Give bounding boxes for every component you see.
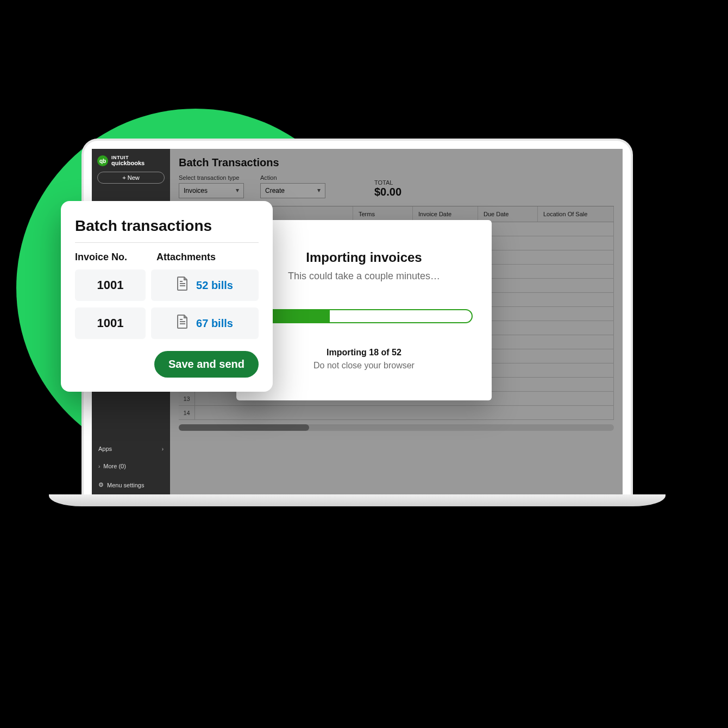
save-and-send-button[interactable]: Save and send (154, 351, 259, 378)
batch-row: 100152 bills (75, 269, 259, 301)
importing-title: Importing invoices (255, 250, 473, 265)
transaction-type-control: Select transaction type Invoices (179, 174, 244, 198)
transaction-type-select[interactable]: Invoices (179, 183, 244, 198)
laptop-base (49, 494, 666, 506)
brand-text: INTUIT quickbooks (111, 155, 145, 166)
action-select[interactable]: Create (260, 183, 325, 198)
transaction-type-label: Select transaction type (179, 174, 244, 181)
menu-settings-button[interactable]: ⚙ Menu settings (92, 475, 170, 495)
sidebar-item-more[interactable]: › More (0) (92, 457, 170, 475)
progress-bar (255, 309, 473, 323)
grid-header-col: Due Date (478, 206, 538, 222)
card-column-headers: Invoice No. Attachments (75, 252, 259, 263)
horizontal-scrollbar[interactable] (179, 424, 614, 431)
new-button[interactable]: + New (97, 172, 165, 184)
chevron-right-icon: › (98, 463, 100, 469)
total-block: TOTAL $0.00 (374, 179, 401, 198)
row-number: 13 (179, 392, 195, 405)
quickbooks-badge-icon: qb (97, 155, 108, 166)
invoice-number-cell: 1001 (75, 307, 146, 339)
total-label: TOTAL (374, 179, 401, 186)
invoice-number-cell: 1001 (75, 269, 146, 301)
menu-settings-label: Menu settings (107, 482, 144, 488)
row-number: 14 (179, 406, 195, 419)
document-icon (177, 315, 189, 332)
sidebar-item-apps[interactable]: Apps › (92, 440, 170, 457)
total-value: $0.00 (374, 186, 401, 198)
batch-transactions-card: Batch transactions Invoice No. Attachmen… (61, 201, 273, 392)
brand-line2: quickbooks (111, 160, 145, 166)
importing-note: Do not close your browser (255, 361, 473, 371)
importing-modal: Importing invoices This could take a cou… (236, 220, 492, 400)
action-control: Action Create (260, 174, 325, 198)
gear-icon: ⚙ (98, 481, 104, 488)
batch-row: 100167 bills (75, 307, 259, 339)
card-title: Batch transactions (75, 217, 259, 243)
sidebar-item-label: Apps (98, 445, 112, 452)
grid-header-col: Location Of Sale (538, 206, 614, 222)
column-header-attachments: Attachments (156, 252, 216, 263)
action-label: Action (260, 174, 325, 181)
page-title: Batch Transactions (170, 149, 623, 174)
chevron-right-icon: › (162, 446, 164, 452)
grid-header-col: Invoice Date (413, 206, 478, 222)
importing-status: Importing 18 of 52 (255, 348, 473, 357)
document-icon (177, 277, 189, 294)
bills-link[interactable]: 67 bills (196, 317, 233, 330)
attachments-cell[interactable]: 52 bills (151, 269, 259, 301)
importing-subtitle: This could take a couple minutes… (255, 271, 473, 282)
attachments-cell[interactable]: 67 bills (151, 307, 259, 339)
row-cell[interactable] (195, 406, 614, 419)
controls-row: Select transaction type Invoices Action … (170, 174, 623, 204)
grid-header-col: Terms (353, 206, 413, 222)
bills-link[interactable]: 52 bills (196, 279, 233, 292)
scrollbar-thumb[interactable] (179, 424, 309, 431)
sidebar-item-label: More (0) (103, 463, 164, 469)
brand-logo: qb INTUIT quickbooks (92, 149, 170, 172)
table-row[interactable]: 14 (179, 406, 614, 420)
column-header-invoice: Invoice No. (75, 252, 146, 263)
